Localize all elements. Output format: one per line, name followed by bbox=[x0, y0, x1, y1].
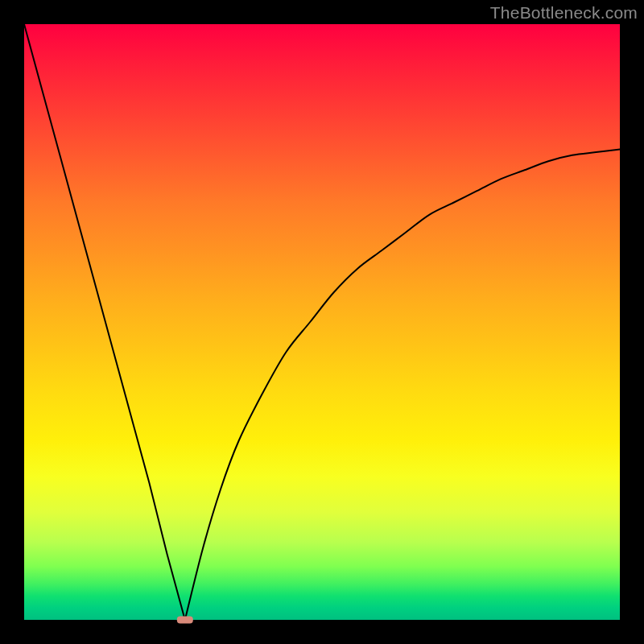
curve-path bbox=[24, 24, 620, 620]
chart-frame: TheBottleneck.com bbox=[0, 0, 644, 644]
minimum-marker bbox=[177, 617, 193, 624]
bottleneck-curve bbox=[24, 24, 620, 620]
watermark-text: TheBottleneck.com bbox=[490, 3, 638, 23]
